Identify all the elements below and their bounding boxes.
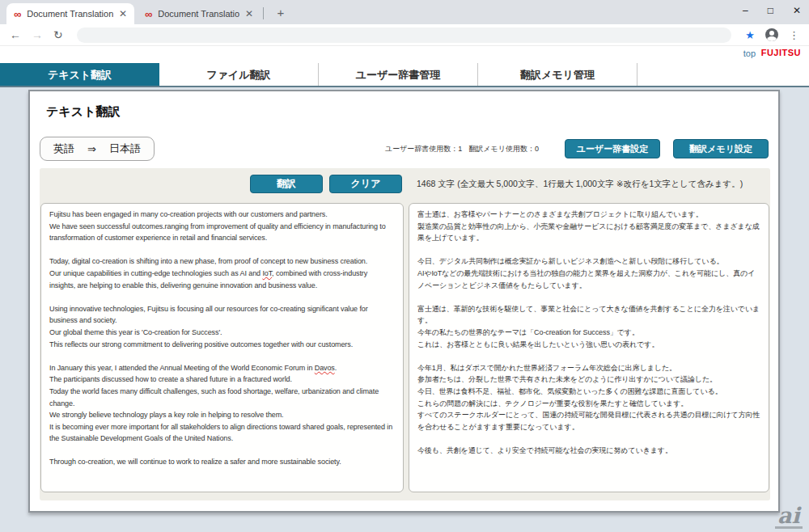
browser-toolbar: ← → ↻ ★ ⋮ [0, 24, 809, 46]
usage-counts: ユーザー辞書使用数：1翻訳メモリ使用数：0 [379, 144, 539, 154]
memory-usage-count: 翻訳メモリ使用数：0 [468, 145, 539, 153]
browser-menu-icon[interactable]: ⋮ [789, 29, 799, 41]
reload-button[interactable]: ↻ [53, 28, 63, 41]
window-maximize-button[interactable]: □ [768, 5, 773, 16]
browser-tab-1[interactable]: ∞ Document Translation ✕ [6, 3, 134, 24]
bookmark-star-icon[interactable]: ★ [745, 29, 755, 41]
ai-watermark-logo: ai [775, 506, 803, 526]
profile-avatar-icon[interactable] [765, 28, 778, 41]
back-button[interactable]: ← [10, 28, 21, 41]
tab-divider [263, 7, 264, 19]
address-bar[interactable] [77, 27, 732, 43]
watermark: ai [775, 506, 803, 529]
tab-favicon-icon: ∞ [145, 9, 152, 19]
tab-close-icon[interactable]: ✕ [245, 8, 253, 19]
target-text-area[interactable]: 富士通は、お客様やパートナーとのさまざまな共創プロジェクトに取り組んでいます。 … [409, 203, 769, 492]
tab-file-translation[interactable]: ファイル翻訳 [159, 63, 319, 86]
forward-button[interactable]: → [32, 28, 43, 41]
app-nav-tabs: テキスト翻訳 ファイル翻訳 ユーザー辞書管理 翻訳メモリ管理 [0, 63, 809, 87]
dictionary-usage-count: ユーザー辞書使用数：1 [385, 145, 462, 153]
page-title: テキスト翻訳 [46, 104, 120, 120]
tab-title: Document Translation [27, 9, 113, 19]
browser-tab-2[interactable]: ∞ Document Translation ✕ [138, 3, 260, 24]
char-count-label: 1468 文字 (全文最大 5,000文字、1行最大 1,000文字 ※改行を1… [417, 179, 743, 190]
clear-button[interactable]: クリア [329, 175, 402, 193]
tab-title: Document Translation [158, 9, 239, 19]
fujitsu-logo: FUJITSU [761, 48, 801, 57]
arrow-right-icon: ⇒ [87, 143, 96, 155]
tab-text-translation[interactable]: テキスト翻訳 [0, 63, 159, 86]
controls-row: 英語 ⇒ 日本語 ユーザー辞書使用数：1翻訳メモリ使用数：0 ユーザー辞書設定 … [40, 137, 769, 161]
user-dictionary-settings-button[interactable]: ユーザー辞書設定 [565, 139, 660, 158]
translation-panel: 翻訳 クリア 1468 文字 (全文最大 5,000文字、1行最大 1,000文… [40, 168, 770, 500]
tab-favicon-icon: ∞ [14, 9, 21, 19]
translate-actions-row: 翻訳 クリア 1468 文字 (全文最大 5,000文字、1行最大 1,000文… [250, 175, 743, 193]
language-selector[interactable]: 英語 ⇒ 日本語 [40, 137, 155, 161]
translation-memory-settings-button[interactable]: 翻訳メモリ設定 [673, 139, 769, 158]
browser-tab-strip: ∞ Document Translation ✕ ∞ Document Tran… [0, 0, 809, 24]
new-tab-button[interactable]: + [270, 3, 291, 23]
window-close-button[interactable]: ✕ [793, 5, 801, 16]
tab-close-icon[interactable]: ✕ [119, 8, 127, 19]
source-language-label: 英語 [53, 141, 74, 156]
translate-button[interactable]: 翻訳 [250, 175, 323, 193]
site-header: top FUJITSU [0, 46, 809, 63]
target-language-label: 日本語 [109, 141, 141, 156]
main-panel: テキスト翻訳 英語 ⇒ 日本語 ユーザー辞書使用数：1翻訳メモリ使用数：0 ユー… [28, 90, 780, 513]
tab-translation-memory[interactable]: 翻訳メモリ管理 [478, 63, 637, 86]
window-minimize-button[interactable]: – [743, 5, 748, 16]
source-text-area[interactable]: Fujitsu has been engaged in many co-crea… [40, 203, 404, 492]
tab-user-dictionary[interactable]: ユーザー辞書管理 [319, 63, 478, 86]
top-link[interactable]: top [743, 49, 756, 58]
